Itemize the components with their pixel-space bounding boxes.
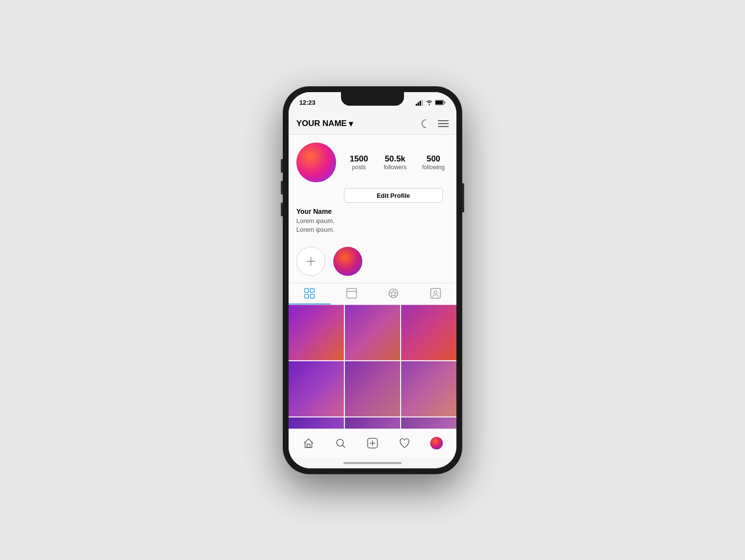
svg-line-24 (343, 446, 345, 448)
phone-frame: 12:23 (283, 86, 462, 474)
profile-bio: Lorem ipsum. Lorem ipsum. (296, 217, 449, 234)
notch (341, 92, 404, 106)
home-indicator (289, 458, 456, 468)
svg-rect-20 (431, 288, 440, 298)
stories-row (289, 240, 456, 283)
nav-add[interactable] (356, 429, 389, 458)
profile-info: Your Name Lorem ipsum. Lorem ipsum. (296, 208, 449, 234)
username-text: YOUR NAME (296, 119, 347, 128)
stats-row: 1500 posts 50.5k followers 500 following (346, 154, 449, 171)
battery-icon (435, 100, 446, 105)
avatar[interactable] (296, 143, 336, 182)
profile-top: 1500 posts 50.5k followers 500 following (296, 143, 449, 182)
plus-icon (305, 256, 317, 267)
grid-post-1[interactable] (289, 305, 344, 360)
svg-rect-16 (347, 288, 356, 298)
posts-grid (289, 305, 456, 429)
grid-icon (304, 288, 315, 299)
home-bar (343, 462, 402, 464)
grid-post-2[interactable] (345, 305, 400, 360)
menu-icon[interactable] (438, 120, 449, 128)
following-stat[interactable]: 500 following (422, 154, 445, 171)
dropdown-icon: ▾ (349, 119, 353, 129)
svg-point-21 (434, 291, 437, 294)
heart-icon (399, 437, 410, 449)
theme-icon[interactable] (421, 118, 431, 129)
add-story-button[interactable] (296, 247, 325, 276)
svg-rect-14 (305, 294, 308, 298)
home-icon (303, 437, 314, 449)
posts-stat: 1500 posts (350, 154, 368, 171)
reels-icon (346, 288, 357, 299)
grid-post-5[interactable] (345, 361, 400, 416)
svg-rect-15 (310, 294, 314, 298)
nav-likes[interactable] (389, 429, 421, 458)
nav-home[interactable] (292, 429, 324, 458)
nav-profile[interactable] (421, 429, 453, 458)
grid-post-7[interactable] (289, 417, 344, 429)
volume-up-button[interactable] (281, 159, 283, 173)
svg-marker-19 (390, 290, 397, 296)
followers-label: followers (384, 164, 406, 171)
power-button[interactable] (462, 183, 464, 212)
profile-name: Your Name (296, 208, 449, 215)
posts-label: posts (352, 164, 366, 171)
silent-button[interactable] (281, 203, 283, 216)
phone-screen: 12:23 (289, 92, 456, 468)
profile-section: 1500 posts 50.5k followers 500 following (289, 135, 456, 240)
status-icons (416, 100, 446, 106)
username-nav[interactable]: YOUR NAME ▾ (296, 119, 353, 129)
posts-count: 1500 (350, 154, 368, 164)
bottom-navigation (289, 429, 456, 458)
following-count: 500 (426, 154, 440, 164)
svg-point-23 (337, 439, 343, 446)
grid-post-3[interactable] (401, 305, 456, 360)
grid-post-6[interactable] (401, 361, 456, 416)
svg-rect-22 (307, 444, 310, 448)
followers-count: 50.5k (385, 154, 405, 164)
content-tabs (289, 283, 456, 305)
star-icon (388, 288, 399, 299)
grid-post-4[interactable] (289, 361, 344, 416)
status-time: 12:23 (299, 99, 315, 106)
wifi-icon (426, 100, 433, 105)
nav-right-icons (421, 118, 449, 129)
person-tag-icon (430, 288, 441, 299)
bio-line-1: Lorem ipsum. (296, 217, 335, 224)
grid-post-8[interactable] (345, 417, 400, 429)
svg-rect-5 (436, 101, 443, 104)
svg-rect-6 (444, 102, 446, 104)
edit-profile-button[interactable]: Edit Profile (344, 188, 443, 203)
svg-rect-12 (305, 288, 308, 292)
signal-icon (416, 100, 423, 106)
tab-tagged[interactable] (372, 283, 415, 304)
svg-rect-13 (310, 288, 314, 292)
tab-igtv[interactable] (415, 283, 457, 304)
story-item[interactable] (333, 247, 362, 276)
bio-line-2: Lorem ipsum. (296, 226, 335, 233)
svg-rect-2 (420, 101, 421, 106)
tab-reels[interactable] (331, 283, 373, 304)
volume-down-button[interactable] (281, 181, 283, 194)
following-label: following (422, 164, 445, 171)
followers-stat[interactable]: 50.5k followers (384, 154, 406, 171)
svg-rect-1 (418, 102, 419, 106)
add-icon (367, 437, 378, 449)
svg-rect-3 (421, 100, 423, 106)
tab-grid[interactable] (289, 283, 331, 304)
grid-post-9[interactable] (401, 417, 456, 429)
svg-rect-0 (416, 104, 417, 106)
top-navigation: YOUR NAME ▾ (289, 113, 456, 135)
search-icon (335, 437, 346, 449)
nav-search[interactable] (324, 429, 356, 458)
app-content: YOUR NAME ▾ (289, 113, 456, 429)
